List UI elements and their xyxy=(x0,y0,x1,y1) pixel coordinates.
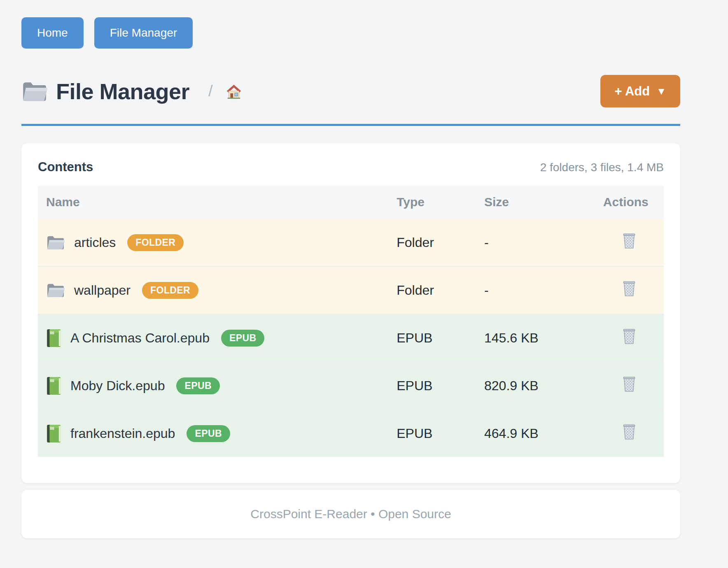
file-manager-button[interactable]: File Manager xyxy=(94,17,193,49)
card-header: Contents 2 folders, 3 files, 1.4 MB xyxy=(38,160,664,175)
type-cell: Folder xyxy=(388,266,476,314)
file-name: Moby Dick.epub xyxy=(70,378,165,393)
green-book-icon xyxy=(46,329,61,347)
delete-button[interactable] xyxy=(622,376,636,392)
folder-badge: FOLDER xyxy=(127,234,184,251)
add-button-label: + Add xyxy=(614,85,650,98)
column-header-name: Name xyxy=(38,185,388,219)
file-name: wallpaper xyxy=(74,283,131,298)
file-name: articles xyxy=(74,235,116,250)
file-name: frankenstein.epub xyxy=(70,426,175,441)
table-row[interactable]: Moby Dick.epub EPUB EPUB 820.9 KB xyxy=(38,362,664,410)
green-book-icon xyxy=(46,377,61,395)
open-folder-icon xyxy=(21,80,48,102)
gray-folder-icon xyxy=(46,282,65,298)
card-title: Contents xyxy=(38,160,93,175)
delete-button[interactable] xyxy=(622,328,636,345)
delete-button[interactable] xyxy=(622,424,636,440)
delete-button[interactable] xyxy=(622,233,636,249)
epub-badge: EPUB xyxy=(176,377,220,394)
column-header-actions: Actions xyxy=(595,185,664,219)
header-divider xyxy=(21,124,680,126)
size-cell: 145.6 KB xyxy=(476,314,595,362)
column-header-type: Type xyxy=(388,185,476,219)
contents-summary: 2 folders, 3 files, 1.4 MB xyxy=(540,161,664,174)
type-cell: EPUB xyxy=(388,314,476,362)
page-title: File Manager xyxy=(56,79,189,104)
page-header: File Manager / + Add ▼ xyxy=(21,75,680,107)
house-icon[interactable] xyxy=(225,83,243,100)
table-row[interactable]: wallpaper FOLDER Folder - xyxy=(38,266,664,314)
type-cell: Folder xyxy=(388,219,476,266)
table-row[interactable]: A Christmas Carol.epub EPUB EPUB 145.6 K… xyxy=(38,314,664,362)
green-book-icon xyxy=(46,424,61,443)
chevron-down-icon: ▼ xyxy=(656,86,666,96)
file-table: Name Type Size Actions articles FOLDER F… xyxy=(38,185,664,457)
table-header-row: Name Type Size Actions xyxy=(38,185,664,219)
type-cell: EPUB xyxy=(388,362,476,410)
table-row[interactable]: articles FOLDER Folder - xyxy=(38,219,664,266)
delete-button[interactable] xyxy=(622,280,636,297)
file-manager-page: Home File Manager File Manager / + Add ▼… xyxy=(21,0,680,538)
type-cell: EPUB xyxy=(388,410,476,457)
contents-card: Contents 2 folders, 3 files, 1.4 MB Name… xyxy=(21,143,680,483)
size-cell: 464.9 KB xyxy=(476,410,595,457)
size-cell: - xyxy=(476,219,595,266)
epub-badge: EPUB xyxy=(221,330,265,347)
add-button[interactable]: + Add ▼ xyxy=(600,75,680,107)
footer-text: CrossPoint E-Reader • Open Source xyxy=(250,507,451,521)
footer: CrossPoint E-Reader • Open Source xyxy=(21,490,680,538)
size-cell: - xyxy=(476,266,595,314)
title-group: File Manager / xyxy=(21,79,243,104)
size-cell: 820.9 KB xyxy=(476,362,595,410)
folder-badge: FOLDER xyxy=(142,282,198,299)
home-button[interactable]: Home xyxy=(21,17,84,49)
column-header-size: Size xyxy=(476,185,595,219)
breadcrumb-separator: / xyxy=(208,82,213,100)
top-nav: Home File Manager xyxy=(21,17,680,49)
file-name: A Christmas Carol.epub xyxy=(70,331,210,346)
table-row[interactable]: frankenstein.epub EPUB EPUB 464.9 KB xyxy=(38,410,664,457)
gray-folder-icon xyxy=(46,235,65,250)
epub-badge: EPUB xyxy=(187,425,230,442)
